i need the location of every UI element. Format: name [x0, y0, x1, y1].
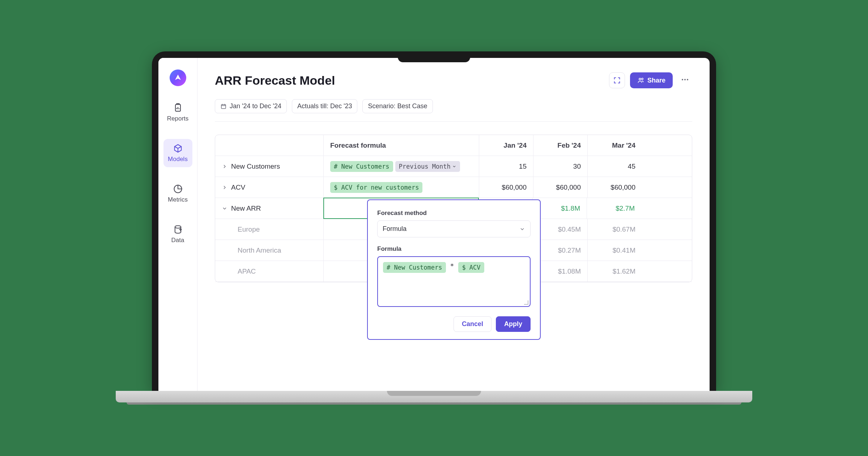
sidebar-item-reports[interactable]: Reports — [163, 98, 192, 127]
cube-icon — [173, 143, 183, 153]
row-label: New Customers — [231, 162, 280, 170]
formula-token-hash: # New Customers — [330, 161, 393, 172]
table-header-row: Forecast formula Jan '24 Feb '24 Mar '24 — [215, 135, 692, 156]
select-value: Formula — [383, 225, 407, 233]
row-name-cell[interactable]: New Customers — [215, 156, 324, 177]
formula-token-prev-month[interactable]: Previous Month — [395, 161, 460, 172]
row-name-cell[interactable]: APAC — [215, 261, 324, 282]
row-label: North America — [238, 246, 281, 254]
sidebar-item-metrics[interactable]: Metrics — [163, 180, 192, 208]
sidebar-item-data[interactable]: Data — [163, 220, 192, 248]
chip-actuals[interactable]: Actuals till: Dec '23 — [292, 99, 358, 113]
value-cell[interactable]: $60,000 — [533, 177, 588, 198]
sidebar-item-models[interactable]: Models — [163, 139, 192, 167]
value-cell[interactable]: $0.67M — [588, 219, 642, 240]
row-name-cell[interactable]: ACV — [215, 177, 324, 198]
value-cell[interactable]: $0.41M — [588, 240, 642, 261]
laptop-base — [116, 391, 752, 402]
svg-point-3 — [642, 78, 643, 80]
page-title: ARR Forecast Model — [215, 73, 335, 88]
laptop-notch — [398, 51, 470, 62]
expand-button[interactable] — [609, 72, 625, 88]
svg-point-1 — [175, 226, 180, 228]
value-cell[interactable]: $2.7M — [587, 198, 641, 219]
value-cell[interactable]: $60,000 — [479, 177, 533, 198]
forecast-table: Forecast formula Jan '24 Feb '24 Mar '24… — [215, 135, 692, 282]
row-label: Europe — [238, 225, 260, 233]
chip-label: Actuals till: Dec '23 — [297, 102, 352, 110]
value-cell[interactable]: $1.08M — [533, 261, 588, 282]
col-header-feb: Feb '24 — [533, 135, 588, 156]
popover-formula-label: Formula — [377, 245, 531, 253]
row-new-customers: New Customers # New Customers Previous M… — [215, 156, 692, 177]
row-label: APAC — [238, 267, 256, 275]
share-label: Share — [647, 77, 665, 84]
value-cell[interactable]: $1.62M — [588, 261, 642, 282]
app-logo[interactable] — [170, 69, 186, 86]
chip-scenario[interactable]: Scenario: Best Case — [362, 99, 433, 113]
cancel-button[interactable]: Cancel — [454, 316, 492, 332]
chevron-right-icon — [222, 185, 227, 190]
formula-cell[interactable]: $ ACV for new customers — [324, 177, 479, 198]
apply-button[interactable]: Apply — [496, 316, 531, 332]
popover-method-label: Forecast method — [377, 210, 531, 217]
main-content: ARR Forecast Model Share — [197, 58, 710, 391]
value-cell[interactable]: $1.8M — [533, 198, 587, 219]
sidebar-label: Data — [171, 237, 184, 244]
popover-actions: Cancel Apply — [377, 316, 531, 332]
users-icon — [637, 77, 644, 84]
more-horizontal-icon — [681, 75, 689, 84]
formula-operator: * — [449, 262, 456, 270]
filter-chips: Jan '24 to Dec '24 Actuals till: Dec '23… — [215, 99, 692, 122]
page-header: ARR Forecast Model Share — [215, 72, 692, 88]
value-cell[interactable]: $0.45M — [533, 219, 588, 240]
calendar-icon — [220, 103, 227, 110]
formula-token-acv: $ ACV — [458, 262, 484, 273]
row-name-cell[interactable]: New ARR — [215, 198, 324, 219]
chip-label: Scenario: Best Case — [368, 102, 427, 110]
value-cell[interactable]: 15 — [479, 156, 533, 177]
sidebar: Reports Models Metrics Data — [158, 58, 197, 391]
value-cell[interactable]: 45 — [588, 156, 642, 177]
svg-point-5 — [684, 79, 686, 80]
col-header-jan: Jan '24 — [479, 135, 533, 156]
app-root: Reports Models Metrics Data — [158, 58, 710, 391]
formula-cell[interactable]: # New Customers Previous Month — [324, 156, 479, 177]
value-cell[interactable]: 30 — [533, 156, 588, 177]
pie-chart-icon — [173, 184, 183, 194]
row-name-cell[interactable]: North America — [215, 240, 324, 261]
chevron-right-icon — [222, 164, 227, 169]
formula-input[interactable]: # New Customers * $ ACV — [377, 256, 531, 307]
laptop-frame: Reports Models Metrics Data — [152, 51, 716, 405]
value-cell[interactable]: $0.27M — [533, 240, 588, 261]
row-name-cell[interactable]: Europe — [215, 219, 324, 240]
value-cell[interactable]: $60,000 — [588, 177, 642, 198]
col-header-mar: Mar '24 — [588, 135, 642, 156]
formula-token-customers: # New Customers — [383, 262, 446, 273]
sidebar-label: Models — [168, 156, 188, 163]
header-actions: Share — [609, 72, 692, 88]
svg-point-2 — [639, 78, 641, 80]
laptop-bottom-edge — [127, 402, 741, 405]
clipboard-icon — [173, 103, 183, 113]
formula-token-dollar: $ ACV for new customers — [330, 182, 422, 193]
col-header-formula: Forecast formula — [324, 135, 479, 156]
share-button[interactable]: Share — [630, 72, 673, 88]
row-label: ACV — [231, 183, 245, 191]
expand-icon — [613, 76, 621, 84]
row-label: New ARR — [231, 204, 261, 212]
chevron-down-icon — [452, 164, 456, 169]
more-button[interactable] — [678, 72, 692, 88]
chevron-down-icon — [222, 206, 227, 211]
svg-rect-7 — [221, 104, 226, 108]
chevron-down-icon — [519, 226, 525, 232]
chip-label: Jan '24 to Dec '24 — [230, 102, 281, 110]
svg-point-4 — [682, 79, 683, 80]
row-acv: ACV $ ACV for new customers $60,000 $60,… — [215, 177, 692, 198]
col-header-name — [215, 135, 324, 156]
logo-arrow-icon — [174, 73, 182, 82]
chip-date-range[interactable]: Jan '24 to Dec '24 — [215, 99, 287, 113]
sidebar-label: Reports — [167, 115, 189, 122]
forecast-method-select[interactable]: Formula — [377, 220, 531, 237]
sidebar-label: Metrics — [168, 196, 188, 203]
